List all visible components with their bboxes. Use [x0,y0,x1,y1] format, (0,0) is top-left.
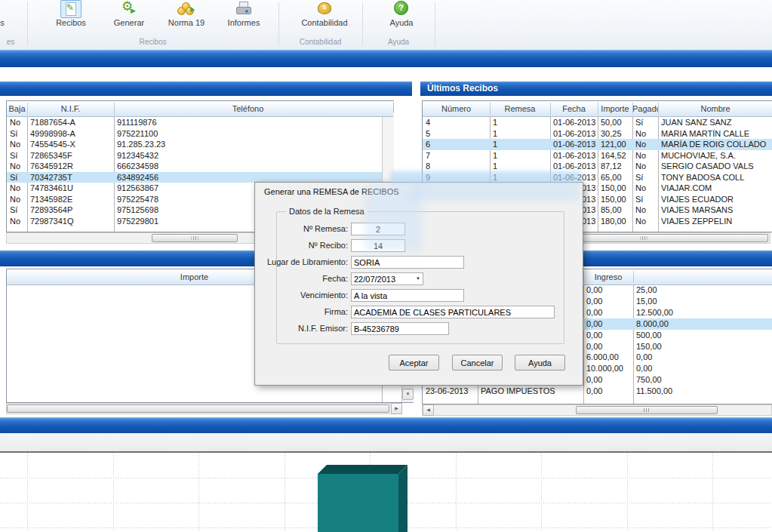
table-row[interactable]: No76345912R666234598 [7,161,382,172]
ribbon-button-informes[interactable]: Informes [221,0,266,35]
column-header-remesa[interactable]: Remesa [490,101,550,116]
cell: 30,25 [601,128,631,140]
cell: Sí [635,117,657,128]
table-row[interactable]: Sí72865345F912345432 [7,150,382,161]
ribbon-button-label: Generar [106,18,152,27]
cell: 70342735T [30,172,112,183]
firma-input[interactable] [351,306,555,318]
ribbon-button-recibos[interactable]: ✎Recibos [47,0,95,35]
table-row[interactable]: 4101-06-201350,00SíJUAN SANZ SANZ [423,117,772,128]
cell: 76345912R [30,161,112,172]
scrollbar-thumb[interactable] [576,406,718,414]
table-row[interactable]: 7101-06-2013164,52NoMUCHOVIAJE, S.A. [423,150,772,161]
table-row[interactable]: No71887654-A911119876 [7,117,382,128]
cell: 11.500,00 [636,386,771,397]
scroll-left-arrow-icon[interactable]: ◀ [423,404,434,416]
ribbon-button-es[interactable]: es [0,0,23,35]
cell: 911119876 [117,117,380,128]
cell: No [10,183,26,194]
column-header-baja[interactable]: Baja [7,101,27,116]
ribbon-group-label: Contabilidad [278,38,362,46]
column-header[interactable] [633,269,772,284]
cell: 01-06-2013 [553,150,596,161]
cell: 150,00 [636,341,771,352]
scrollbar-thumb[interactable] [7,404,389,413]
fecha-combobox[interactable] [351,272,423,285]
cell: 666234598 [117,161,380,172]
scroll-down-arrow-icon[interactable]: ▼ [402,389,414,400]
cell: MUCHOVIAJE, S.A. [661,150,771,161]
column-header-importe[interactable]: Importe [598,101,632,116]
cell: 1 [493,117,549,128]
cell: 912345432 [117,150,380,161]
ayuda-button[interactable]: Ayuda [515,355,565,371]
importes-hscrollbar[interactable]: ▶ [6,403,402,414]
table-row[interactable]: No74554545-X91.285.23.23 [7,139,382,150]
clients-panel-header[interactable] [0,81,412,96]
help-icon: ? [394,1,408,15]
groupbox-label: Datos de la Remesa [286,207,368,216]
table-row[interactable]: Sí49998998-A975221100 [7,128,382,140]
ribbon-button-generar[interactable]: ⚙▶Generar [106,0,152,35]
remesa-number-input[interactable] [351,223,405,235]
group-separator [435,2,435,46]
cell: JUAN SANZ SANZ [661,117,771,128]
cell: 121,00 [601,139,631,150]
cell: SERGIO CASADO VALS [661,161,771,172]
cell: Sí [635,172,657,183]
cancelar-button[interactable]: Cancelar [452,355,503,371]
cell: PAGO IMPUESTOS [481,386,582,397]
cell: 164,52 [601,150,631,161]
table-row[interactable]: 8101-06-201387,12NoSERGIO CASADO VALS [423,161,772,172]
cell: 01-06-2013 [553,117,596,128]
lugar-libramiento-input[interactable] [351,256,464,269]
cell: 01-06-2013 [553,128,596,140]
ribbon-button-norma-19[interactable]: ▶Norma 19 [162,0,211,35]
column-header-ingreso[interactable]: Ingreso [583,269,633,284]
ribbon-button-ayuda[interactable]: ?Ayuda [380,0,423,35]
cell: 71345982E [30,194,112,205]
recibo-number-input[interactable] [351,239,405,252]
table-row[interactable]: 6101-06-2013121,00NoMARÍA DE ROIG COLLAD… [423,139,772,150]
vencimiento-input[interactable] [351,289,464,302]
aceptar-button[interactable]: Aceptar [389,355,439,371]
ribbon-button-label: Informes [221,18,266,27]
cell: 25,00 [636,284,771,296]
ultimos-recibos-header[interactable]: Últimos Recibos [420,81,772,96]
column-header-fecha[interactable]: Fecha [550,101,598,116]
cell: 1 [493,139,549,150]
column-separator [633,271,634,283]
column-header-n.i.f.[interactable]: N.I.F. [27,101,114,116]
cell: VIAJES ZEPPELIN [661,216,771,227]
cell: No [10,216,26,227]
cell: 72893564P [30,204,112,216]
chart-section-title-bar[interactable] [0,417,772,435]
ribbon-toolbar: es✎Recibos⚙▶Generar▶Norma 19Informes$Con… [0,0,772,51]
table-row[interactable]: 5101-06-201330,25NoMARIA MARTÍN CALLE [423,128,772,140]
cell: 0,00 [586,386,632,397]
window-title-bar[interactable] [0,50,772,67]
cell: 0,00 [586,296,632,307]
ribbon-button-contabilidad[interactable]: $Contabilidad [298,0,351,35]
movimientos-hscrollbar[interactable]: ◀ [422,404,772,416]
column-header-número[interactable]: Número [423,101,490,116]
column-header-nombre[interactable]: Nombre [658,101,772,116]
nif-emisor-input[interactable] [351,322,449,335]
cell: 0,00 [586,318,632,330]
table-row[interactable]: 23-06-2013PAGO IMPUESTOS0,0011.500,00 [423,386,772,397]
scrollbar-thumb[interactable] [152,234,238,242]
scroll-right-arrow-icon[interactable]: ▶ [391,403,402,414]
cell: Sí [635,194,657,205]
cell: 750,00 [636,374,771,386]
cell: 72865345F [30,150,112,161]
cell: No [635,216,657,227]
cell: 7 [426,150,488,161]
cell: No [635,161,657,172]
cell: 85,00 [601,204,631,216]
cell: No [635,150,657,161]
column-header-pagado[interactable]: Pagado [632,101,658,116]
column-header-teléfono[interactable]: Teléfono [114,101,382,116]
cell: 0,00 [586,307,632,318]
cell: Sí [10,128,26,140]
dropdown-arrow-icon[interactable]: ▼ [414,274,423,284]
